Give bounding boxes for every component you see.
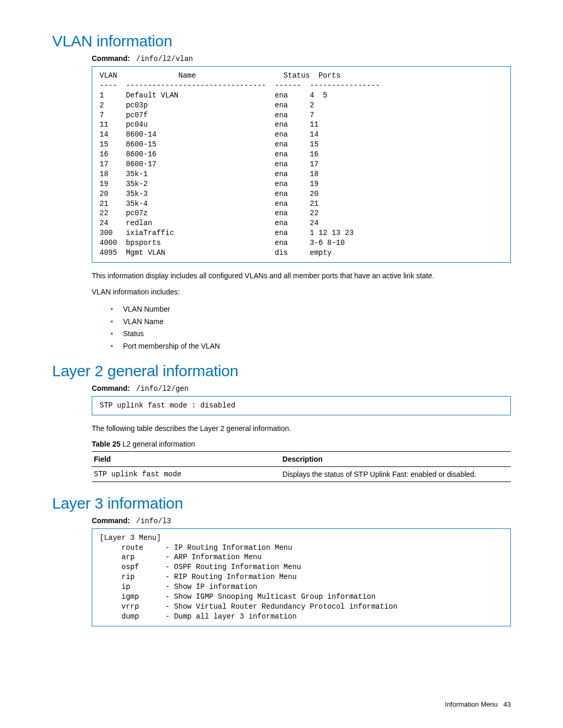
footer-section: Information Menu	[445, 700, 498, 708]
l2gen-output-box: STP uplink fast mode : disabled	[92, 396, 511, 415]
command-label: Command:	[92, 384, 130, 392]
table-header-desc: Description	[280, 451, 511, 466]
section2-body: Command: /info/l2/gen STP uplink fast mo…	[92, 384, 511, 482]
list-item: VLAN Name	[111, 316, 511, 328]
page-footer: Information Menu 43	[445, 700, 511, 708]
command-line-2: Command: /info/l2/gen	[92, 384, 511, 393]
section3-body: Command: /info/l3 [Layer 3 Menu] route -…	[92, 516, 511, 626]
command-label: Command:	[92, 54, 130, 63]
footer-page-number: 43	[504, 700, 511, 708]
table-header-field: Field	[92, 451, 280, 466]
list-item: Status	[111, 328, 511, 340]
table-number: Table 25	[92, 440, 120, 448]
command-text: /info/l2/vlan	[136, 55, 193, 63]
command-line-3: Command: /info/l3	[92, 516, 511, 525]
l2-general-table: Field Description STP uplink fast mode D…	[92, 451, 511, 482]
para-vlan-intro: This information display includes all co…	[92, 271, 511, 281]
vlan-bullet-list: VLAN Number VLAN Name Status Port member…	[111, 303, 511, 353]
page-content: VLAN information Command: /info/l2/vlan …	[0, 0, 563, 656]
table-cell-desc: Displays the status of STP Uplink Fast: …	[280, 466, 511, 482]
command-label: Command:	[92, 516, 130, 525]
command-text: /info/l3	[136, 517, 171, 525]
table-caption: Table 25 L2 general information	[92, 440, 511, 448]
table-row: STP uplink fast mode Displays the status…	[92, 466, 511, 482]
heading-vlan-info: VLAN information	[52, 32, 511, 50]
command-line-1: Command: /info/l2/vlan	[92, 54, 511, 63]
list-item: VLAN Number	[111, 303, 511, 316]
l3-output-box: [Layer 3 Menu] route - IP Routing Inform…	[92, 528, 511, 626]
heading-layer3-info: Layer 3 information	[52, 495, 511, 512]
para-l2gen: The following table describes the Layer …	[92, 424, 511, 434]
table-title: L2 general information	[120, 440, 195, 448]
table-cell-field: STP uplink fast mode	[92, 466, 280, 482]
list-item: Port membership of the VLAN	[111, 340, 511, 353]
para-vlan-includes: VLAN information includes:	[92, 287, 511, 297]
vlan-output-box: VLAN Name Status Ports ---- ------------…	[92, 66, 511, 263]
section1-body: Command: /info/l2/vlan VLAN Name Status …	[92, 54, 511, 353]
heading-layer2-gen: Layer 2 general information	[52, 362, 511, 380]
command-text: /info/l2/gen	[136, 385, 189, 393]
